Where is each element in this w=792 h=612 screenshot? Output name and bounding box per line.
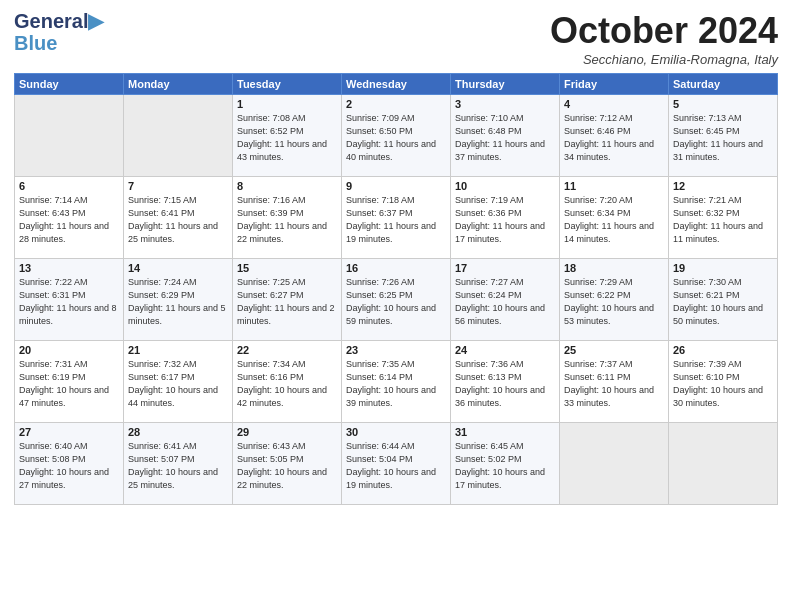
day-number: 16 [346,262,446,274]
calendar-cell: 18Sunrise: 7:29 AMSunset: 6:22 PMDayligh… [560,259,669,341]
calendar-cell: 27Sunrise: 6:40 AMSunset: 5:08 PMDayligh… [15,423,124,505]
calendar-cell: 24Sunrise: 7:36 AMSunset: 6:13 PMDayligh… [451,341,560,423]
calendar-week-4: 20Sunrise: 7:31 AMSunset: 6:19 PMDayligh… [15,341,778,423]
day-info: Sunrise: 7:09 AMSunset: 6:50 PMDaylight:… [346,112,446,164]
day-number: 9 [346,180,446,192]
day-number: 6 [19,180,119,192]
day-info: Sunrise: 7:22 AMSunset: 6:31 PMDaylight:… [19,276,119,328]
calendar-cell: 29Sunrise: 6:43 AMSunset: 5:05 PMDayligh… [233,423,342,505]
col-thursday: Thursday [451,74,560,95]
calendar-cell: 8Sunrise: 7:16 AMSunset: 6:39 PMDaylight… [233,177,342,259]
day-number: 18 [564,262,664,274]
day-info: Sunrise: 7:15 AMSunset: 6:41 PMDaylight:… [128,194,228,246]
day-info: Sunrise: 7:18 AMSunset: 6:37 PMDaylight:… [346,194,446,246]
day-info: Sunrise: 7:19 AMSunset: 6:36 PMDaylight:… [455,194,555,246]
page: General▶ Blue October 2024 Secchiano, Em… [0,0,792,612]
day-info: Sunrise: 7:16 AMSunset: 6:39 PMDaylight:… [237,194,337,246]
calendar-cell: 2Sunrise: 7:09 AMSunset: 6:50 PMDaylight… [342,95,451,177]
day-info: Sunrise: 7:32 AMSunset: 6:17 PMDaylight:… [128,358,228,410]
calendar-cell: 23Sunrise: 7:35 AMSunset: 6:14 PMDayligh… [342,341,451,423]
day-info: Sunrise: 6:44 AMSunset: 5:04 PMDaylight:… [346,440,446,492]
col-tuesday: Tuesday [233,74,342,95]
day-info: Sunrise: 7:14 AMSunset: 6:43 PMDaylight:… [19,194,119,246]
calendar-cell: 9Sunrise: 7:18 AMSunset: 6:37 PMDaylight… [342,177,451,259]
col-wednesday: Wednesday [342,74,451,95]
day-info: Sunrise: 7:12 AMSunset: 6:46 PMDaylight:… [564,112,664,164]
calendar-cell: 7Sunrise: 7:15 AMSunset: 6:41 PMDaylight… [124,177,233,259]
calendar-cell: 20Sunrise: 7:31 AMSunset: 6:19 PMDayligh… [15,341,124,423]
header-row: Sunday Monday Tuesday Wednesday Thursday… [15,74,778,95]
day-number: 7 [128,180,228,192]
day-number: 30 [346,426,446,438]
calendar-table: Sunday Monday Tuesday Wednesday Thursday… [14,73,778,505]
calendar-cell: 4Sunrise: 7:12 AMSunset: 6:46 PMDaylight… [560,95,669,177]
day-number: 15 [237,262,337,274]
day-number: 31 [455,426,555,438]
location: Secchiano, Emilia-Romagna, Italy [550,52,778,67]
day-info: Sunrise: 7:31 AMSunset: 6:19 PMDaylight:… [19,358,119,410]
calendar-cell [669,423,778,505]
day-number: 13 [19,262,119,274]
day-info: Sunrise: 7:27 AMSunset: 6:24 PMDaylight:… [455,276,555,328]
day-info: Sunrise: 7:24 AMSunset: 6:29 PMDaylight:… [128,276,228,328]
calendar-cell: 26Sunrise: 7:39 AMSunset: 6:10 PMDayligh… [669,341,778,423]
day-number: 14 [128,262,228,274]
calendar-cell: 3Sunrise: 7:10 AMSunset: 6:48 PMDaylight… [451,95,560,177]
logo: General▶ Blue [14,10,103,54]
day-info: Sunrise: 6:40 AMSunset: 5:08 PMDaylight:… [19,440,119,492]
title-block: October 2024 Secchiano, Emilia-Romagna, … [550,10,778,67]
calendar-cell: 10Sunrise: 7:19 AMSunset: 6:36 PMDayligh… [451,177,560,259]
day-number: 10 [455,180,555,192]
day-number: 3 [455,98,555,110]
calendar-cell: 16Sunrise: 7:26 AMSunset: 6:25 PMDayligh… [342,259,451,341]
calendar-week-2: 6Sunrise: 7:14 AMSunset: 6:43 PMDaylight… [15,177,778,259]
day-number: 28 [128,426,228,438]
col-monday: Monday [124,74,233,95]
day-number: 25 [564,344,664,356]
month-title: October 2024 [550,10,778,52]
day-info: Sunrise: 6:45 AMSunset: 5:02 PMDaylight:… [455,440,555,492]
day-number: 26 [673,344,773,356]
header: General▶ Blue October 2024 Secchiano, Em… [14,10,778,67]
calendar-week-1: 1Sunrise: 7:08 AMSunset: 6:52 PMDaylight… [15,95,778,177]
day-number: 29 [237,426,337,438]
calendar-cell [124,95,233,177]
day-number: 22 [237,344,337,356]
col-friday: Friday [560,74,669,95]
calendar-cell: 31Sunrise: 6:45 AMSunset: 5:02 PMDayligh… [451,423,560,505]
day-number: 17 [455,262,555,274]
day-info: Sunrise: 7:39 AMSunset: 6:10 PMDaylight:… [673,358,773,410]
day-info: Sunrise: 7:21 AMSunset: 6:32 PMDaylight:… [673,194,773,246]
calendar-cell: 15Sunrise: 7:25 AMSunset: 6:27 PMDayligh… [233,259,342,341]
day-number: 24 [455,344,555,356]
day-number: 12 [673,180,773,192]
day-number: 27 [19,426,119,438]
day-info: Sunrise: 7:10 AMSunset: 6:48 PMDaylight:… [455,112,555,164]
calendar-cell: 13Sunrise: 7:22 AMSunset: 6:31 PMDayligh… [15,259,124,341]
day-number: 8 [237,180,337,192]
day-info: Sunrise: 7:36 AMSunset: 6:13 PMDaylight:… [455,358,555,410]
calendar-cell: 25Sunrise: 7:37 AMSunset: 6:11 PMDayligh… [560,341,669,423]
day-number: 21 [128,344,228,356]
day-info: Sunrise: 7:30 AMSunset: 6:21 PMDaylight:… [673,276,773,328]
day-info: Sunrise: 7:20 AMSunset: 6:34 PMDaylight:… [564,194,664,246]
calendar-cell [560,423,669,505]
calendar-cell [15,95,124,177]
day-info: Sunrise: 7:25 AMSunset: 6:27 PMDaylight:… [237,276,337,328]
calendar-cell: 30Sunrise: 6:44 AMSunset: 5:04 PMDayligh… [342,423,451,505]
calendar-cell: 21Sunrise: 7:32 AMSunset: 6:17 PMDayligh… [124,341,233,423]
calendar-cell: 19Sunrise: 7:30 AMSunset: 6:21 PMDayligh… [669,259,778,341]
logo-text: General▶ Blue [14,10,103,54]
day-info: Sunrise: 6:41 AMSunset: 5:07 PMDaylight:… [128,440,228,492]
calendar-cell: 22Sunrise: 7:34 AMSunset: 6:16 PMDayligh… [233,341,342,423]
day-info: Sunrise: 7:26 AMSunset: 6:25 PMDaylight:… [346,276,446,328]
day-number: 4 [564,98,664,110]
day-number: 20 [19,344,119,356]
day-info: Sunrise: 7:29 AMSunset: 6:22 PMDaylight:… [564,276,664,328]
calendar-cell: 1Sunrise: 7:08 AMSunset: 6:52 PMDaylight… [233,95,342,177]
day-number: 5 [673,98,773,110]
calendar-cell: 12Sunrise: 7:21 AMSunset: 6:32 PMDayligh… [669,177,778,259]
day-info: Sunrise: 7:13 AMSunset: 6:45 PMDaylight:… [673,112,773,164]
col-sunday: Sunday [15,74,124,95]
day-info: Sunrise: 7:08 AMSunset: 6:52 PMDaylight:… [237,112,337,164]
